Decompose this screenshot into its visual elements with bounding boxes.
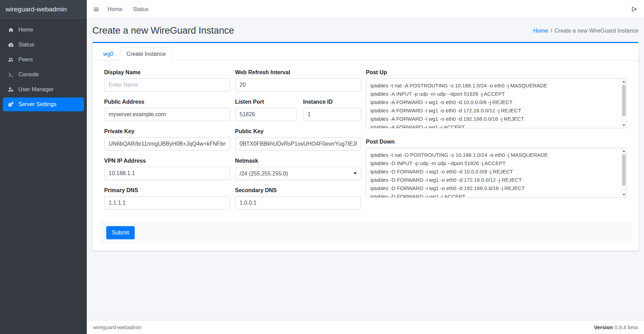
form-column-1: Display Name Public Address Private Key xyxy=(104,69,230,217)
secondary-dns-input[interactable] xyxy=(235,196,361,209)
home-icon xyxy=(6,27,15,33)
footer-version-label: Version xyxy=(594,324,613,330)
vpn-ip-address-label: VPN IP Address xyxy=(104,158,230,164)
field-primary-dns: Primary DNS xyxy=(104,187,230,209)
primary-dns-input[interactable] xyxy=(104,196,230,209)
hamburger-menu-icon[interactable] xyxy=(93,6,99,12)
sidebar-item-label: User Manager xyxy=(18,86,53,93)
form-footer: Submit xyxy=(99,222,632,244)
netmask-label: Netmask xyxy=(235,158,361,164)
sidebar-item-label: Console xyxy=(18,71,39,78)
content-header: Create a new WireGuard Instance Home / C… xyxy=(87,19,644,42)
field-pair-port-instance: Listen Port Instance ID xyxy=(235,99,361,128)
main-column: Home Status Create a new WireGuard Insta… xyxy=(87,0,644,334)
footer-version-value: 0.8.4 beta xyxy=(614,324,638,330)
secondary-dns-label: Secondary DNS xyxy=(235,187,361,194)
terminal-icon xyxy=(6,72,15,77)
breadcrumb: Home / Create a new WireGuard Instance xyxy=(533,28,638,34)
field-secondary-dns: Secondary DNS xyxy=(235,187,361,209)
tab-wg0[interactable]: wg0 xyxy=(97,48,120,61)
scrollbar-up-arrow[interactable] xyxy=(621,148,626,153)
sidebar-item-label: Server Settings xyxy=(18,101,56,108)
card-tabs: wg0 Create Instance xyxy=(92,43,638,61)
field-public-key: Public Key xyxy=(235,128,361,151)
field-public-address: Public Address xyxy=(104,99,230,121)
public-address-input[interactable] xyxy=(104,108,230,121)
sidebar-item-label: Home xyxy=(18,27,33,33)
instance-card: wg0 Create Instance Display Name Public … xyxy=(92,42,638,251)
sidebar-item-peers[interactable]: Peers xyxy=(3,53,84,67)
public-key-input[interactable] xyxy=(235,137,361,151)
sidebar-item-server-settings[interactable]: Server Settings xyxy=(3,97,84,111)
scrollbar-thumb[interactable] xyxy=(622,154,626,186)
field-listen-port: Listen Port xyxy=(235,99,296,121)
field-post-up: Post Up iptables -t nat -A POSTROUTING -… xyxy=(366,69,627,128)
sidebar-item-label: Peers xyxy=(18,57,33,63)
sidebar-item-label: Status xyxy=(18,42,34,48)
users-icon xyxy=(6,57,15,63)
post-down-label: Post Down xyxy=(366,139,627,145)
field-private-key: Private Key xyxy=(104,128,230,151)
topnav-link-status[interactable]: Status xyxy=(133,6,149,12)
tachometer-icon xyxy=(6,42,15,48)
display-name-label: Display Name xyxy=(104,69,230,76)
sidebar: wireguard-webadmin Home Status xyxy=(0,0,87,334)
field-post-down: Post Down iptables -t nat -D POSTROUTING… xyxy=(366,139,627,198)
listen-port-input[interactable] xyxy=(235,108,296,121)
field-web-refresh-interval: Web Refresh Interval xyxy=(235,69,361,92)
post-down-scrollbar xyxy=(621,148,626,197)
field-vpn-ip-address: VPN IP Address xyxy=(104,158,230,180)
submit-button[interactable]: Submit xyxy=(106,226,135,239)
form-column-2: Web Refresh Interval Listen Port Instanc… xyxy=(235,69,361,217)
netmask-select[interactable]: /24 (255.255.255.0) xyxy=(235,167,361,180)
web-refresh-interval-input[interactable] xyxy=(235,78,361,92)
primary-dns-label: Primary DNS xyxy=(104,187,230,194)
field-netmask: Netmask /24 (255.255.255.0) xyxy=(235,158,361,180)
tab-create-instance[interactable]: Create Instance xyxy=(120,48,172,61)
scrollbar-thumb[interactable] xyxy=(622,85,626,117)
post-down-textarea[interactable]: iptables -t nat -D POSTROUTING -s 10.188… xyxy=(366,148,627,198)
breadcrumb-current: Create a new WireGuard Instance xyxy=(554,28,638,34)
vpn-ip-address-input[interactable] xyxy=(104,167,230,180)
sign-out-icon[interactable] xyxy=(631,6,638,12)
gears-icon xyxy=(6,101,15,108)
sidebar-item-home[interactable]: Home xyxy=(3,23,84,37)
page-title: Create a new WireGuard Instance xyxy=(92,25,234,36)
sidebar-item-status[interactable]: Status xyxy=(3,38,84,52)
create-instance-form: Display Name Public Address Private Key xyxy=(92,61,638,251)
footer-brand: wireguard-webadmin xyxy=(93,324,141,330)
field-display-name: Display Name xyxy=(104,69,230,92)
instance-id-label: Instance ID xyxy=(303,99,361,105)
scrollbar-down-arrow[interactable] xyxy=(621,123,626,128)
top-navbar: Home Status xyxy=(87,0,644,19)
public-key-label: Public Key xyxy=(235,128,361,135)
footer-version: Version0.8.4 beta xyxy=(594,324,638,330)
sidebar-nav: Home Status Peers xyxy=(0,19,87,117)
page-footer: wireguard-webadmin Version0.8.4 beta xyxy=(87,320,644,334)
display-name-input[interactable] xyxy=(104,78,230,92)
web-refresh-interval-label: Web Refresh Interval xyxy=(235,69,361,76)
field-instance-id: Instance ID xyxy=(303,99,361,121)
sidebar-item-user-manager[interactable]: User Manager xyxy=(3,83,84,96)
breadcrumb-home-link[interactable]: Home xyxy=(533,28,548,34)
scrollbar-up-arrow[interactable] xyxy=(621,79,626,84)
content-wrapper: Create a new WireGuard Instance Home / C… xyxy=(87,19,644,320)
sidebar-item-console[interactable]: Console xyxy=(3,68,84,82)
post-up-textarea[interactable]: iptables -t nat -A POSTROUTING -s 10.188… xyxy=(366,78,627,128)
private-key-input[interactable] xyxy=(104,137,230,151)
private-key-label: Private Key xyxy=(104,128,230,135)
topnav-link-home[interactable]: Home xyxy=(108,6,123,12)
public-address-label: Public Address xyxy=(104,99,230,105)
form-column-3: Post Up iptables -t nat -A POSTROUTING -… xyxy=(366,69,627,217)
breadcrumb-separator: / xyxy=(551,28,552,34)
scrollbar-down-arrow[interactable] xyxy=(621,192,626,197)
users-gear-icon xyxy=(6,86,15,93)
post-up-label: Post Up xyxy=(366,69,627,76)
listen-port-label: Listen Port xyxy=(235,99,296,105)
post-up-scrollbar xyxy=(621,79,626,128)
app-brand[interactable]: wireguard-webadmin xyxy=(0,0,87,19)
instance-id-input[interactable] xyxy=(303,108,361,121)
